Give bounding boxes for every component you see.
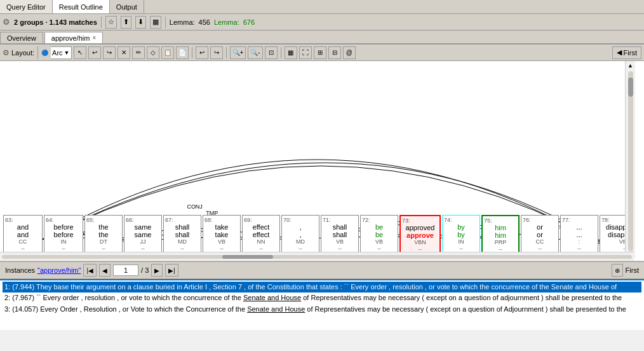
tab-label-result-outline: Result Outline	[59, 3, 103, 11]
toolbar2-btn-network[interactable]: ⛶	[299, 46, 312, 59]
first-label: First	[624, 49, 637, 57]
page-input[interactable]	[113, 265, 138, 276]
nav-next-btn[interactable]: ▶	[151, 264, 163, 277]
token-66: 66: same same JJ –	[124, 215, 162, 255]
tab-approve-label: approve/him	[51, 34, 90, 42]
toolbar2-btn-select2[interactable]: ⊟	[328, 46, 341, 59]
result-line-3[interactable]: 3: (14.057) Every Order , Resolution , o…	[3, 304, 641, 315]
tab-overview[interactable]: Overview	[0, 32, 43, 43]
toolbar2-btn-zoom-fit[interactable]: ⊡	[265, 46, 278, 59]
token-63: 63: and and CC –	[3, 215, 43, 255]
top-tab-bar: Query Editor Result Outline Output	[0, 0, 644, 14]
toolbar1: ⚙ 2 groups · 1.143 matches ☆ ⬆ ⬇ ▦ Lemma…	[0, 14, 644, 31]
toolbar2-btn-2[interactable]: ↩	[88, 46, 101, 59]
toolbar2-btn-7[interactable]: 📋	[161, 46, 174, 59]
result-score-1: 1: (7.944) They base their argument on a…	[4, 283, 617, 291]
separator-1	[101, 17, 102, 28]
toolbar2-sep-2	[226, 47, 227, 59]
toolbar2-btn-8[interactable]: 📄	[176, 46, 189, 59]
lemma-label-2: Lemma:	[214, 18, 239, 26]
groups-info: 2 groups · 1.143 matches	[14, 18, 97, 26]
toolbar2-btn-5[interactable]: ✏	[132, 46, 145, 59]
vscroll-thumb[interactable]	[628, 78, 633, 97]
arc-select-label: Arc	[51, 49, 64, 57]
bottom-section: 1: (7.944) They base their argument on a…	[0, 279, 644, 330]
result-lines: 1: (7.944) They base their argument on a…	[0, 280, 644, 330]
layout-label: Layout:	[11, 49, 34, 57]
hscroll-thumb[interactable]	[222, 255, 273, 259]
instances-bar: Instances "approve/him" |◀ ◀ / 3 ▶ ▶| ⊕ …	[0, 261, 644, 279]
token-65: 65: the the DT –	[84, 215, 123, 255]
scroll-up-icon[interactable]: ▲	[626, 61, 634, 70]
result-score-2: 2: (7.967) `` Every order , resolution ,…	[4, 294, 243, 301]
gear-icon-1[interactable]: ⚙	[3, 17, 10, 27]
tab-approve-him[interactable]: approve/him ×	[44, 32, 103, 43]
main-visualization-area: CONJ TMP SUB NMOD SBJ VC OBJ P VC VC LGS…	[0, 61, 644, 261]
first-arrow-icon: ◀	[617, 48, 622, 57]
layout-select-wrap: 🔵 Arc ▼	[37, 46, 71, 59]
toolbar-btn-import[interactable]: ⬆	[121, 16, 131, 29]
right-buttons: ⊕ First	[612, 264, 639, 277]
token-71: 71: shall shall VB –	[321, 215, 359, 255]
vertical-scrollbar[interactable]: ▲ ▼	[625, 61, 635, 258]
nav-first-btn[interactable]: |◀	[83, 264, 97, 277]
tokens-row: 63: and and CC – 64: before before IN – …	[3, 215, 635, 255]
result-underline-2: Senate and House	[243, 294, 301, 301]
toolbar2: ⚙ Layout: 🔵 Arc ▼ ↖ ↩ ↪ ✕ ✏ ◇ 📋 📄 ↩ ↪ 🔍+…	[0, 45, 644, 61]
arc-container: CONJ TMP SUB NMOD SBJ VC OBJ P VC VC LGS…	[0, 61, 635, 258]
toolbar-btn-grid[interactable]: ▦	[150, 16, 161, 29]
token-73: 73: approved approve VBN –	[399, 215, 441, 255]
result-line-1[interactable]: 1: (7.944) They base their argument on a…	[3, 282, 641, 292]
tab-bar-2: Overview approve/him ×	[0, 31, 644, 45]
toolbar2-sep-3	[281, 47, 281, 59]
result-text-2b: of Representatives may be necessary ( ex…	[301, 294, 622, 301]
toolbar-btn-star[interactable]: ☆	[105, 16, 117, 29]
separator-2	[165, 17, 166, 28]
first-button[interactable]: ◀ First	[612, 46, 641, 59]
arc-icon: 🔵	[38, 46, 51, 59]
toolbar2-btn-at[interactable]: @	[343, 46, 356, 59]
hscroll-track	[2, 255, 632, 259]
tab-close-icon[interactable]: ×	[92, 34, 96, 41]
gear-icon-2[interactable]: ⚙	[3, 48, 10, 57]
first-right-label: First	[626, 266, 639, 274]
horizontal-scrollbar[interactable]	[0, 252, 634, 261]
right-btn-1[interactable]: ⊕	[612, 264, 623, 277]
tab-query-editor[interactable]: Query Editor	[0, 0, 53, 13]
toolbar2-btn-6[interactable]: ◇	[147, 46, 159, 59]
token-70: 70: , , MD –	[281, 215, 319, 255]
result-line-2[interactable]: 2: (7.967) `` Every order , resolution ,…	[3, 292, 641, 303]
toolbar2-btn-grid2[interactable]: ▦	[285, 46, 297, 59]
result-text-3b: of Representatives may be necessary ( ex…	[305, 305, 626, 313]
instances-label: Instances	[5, 266, 35, 274]
toolbar2-btn-zoom-out[interactable]: 🔍-	[248, 46, 262, 59]
toolbar-btn-export[interactable]: ⬇	[135, 16, 146, 29]
token-68: 68: take take VB –	[203, 215, 241, 255]
toolbar2-btn-10[interactable]: ↪	[210, 46, 223, 59]
token-75: 75: him him PRP –	[481, 215, 520, 255]
toolbar2-sep-1	[192, 47, 192, 59]
lemma-label-1: Lemma:	[170, 18, 195, 26]
nav-prev-btn[interactable]: ◀	[99, 264, 111, 277]
toolbar2-btn-3[interactable]: ↪	[103, 46, 116, 59]
lemma-val-2: 676	[243, 18, 255, 26]
tab-result-outline[interactable]: Result Outline	[53, 0, 110, 13]
lemma-val-1: 456	[199, 18, 210, 26]
toolbar2-btn-zoom-in[interactable]: 🔍+	[230, 46, 246, 59]
result-score-3: 3: (14.057) Every Order , Resolution , o…	[4, 305, 247, 313]
result-underline-3: Senate and House	[247, 305, 305, 313]
page-total: / 3	[141, 266, 149, 274]
token-74: 74: by by IN –	[442, 215, 480, 255]
dropdown-arrow-icon[interactable]: ▼	[64, 50, 71, 56]
toolbar2-btn-4[interactable]: ✕	[117, 46, 130, 59]
toolbar2-btn-9[interactable]: ↩	[196, 46, 208, 59]
tab-overview-label: Overview	[7, 34, 36, 42]
toolbar2-btn-select1[interactable]: ⊞	[314, 46, 326, 59]
instances-link[interactable]: "approve/him"	[37, 266, 81, 274]
svg-text:CONJ: CONJ	[187, 203, 202, 210]
nav-last-btn[interactable]: ▶|	[165, 264, 178, 277]
token-69: 69: effect effect NN –	[242, 215, 280, 255]
tab-output[interactable]: Output	[110, 0, 144, 13]
token-72: 72: be be VB –	[360, 215, 398, 255]
toolbar2-btn-1[interactable]: ↖	[74, 46, 86, 59]
